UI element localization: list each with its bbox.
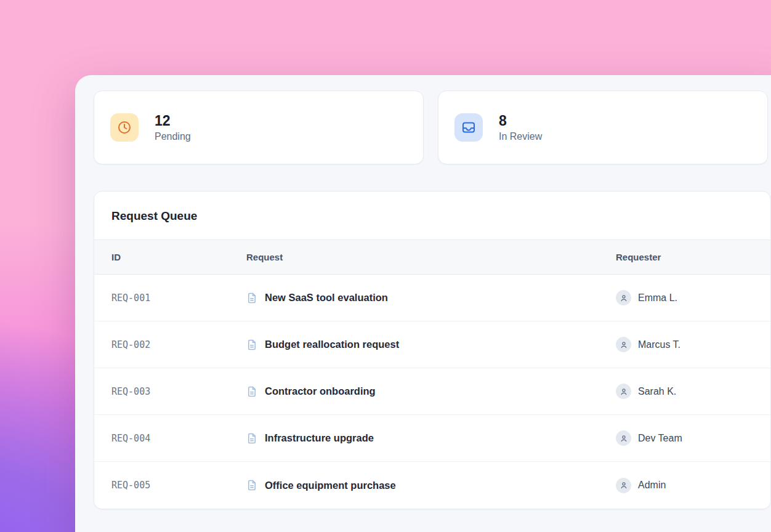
- request-id: REQ-001: [111, 292, 246, 304]
- table-row[interactable]: REQ-002 Budget reallocation request Marc…: [94, 321, 770, 368]
- requester-avatar: [616, 337, 631, 352]
- table-row[interactable]: REQ-003 Contractor onboarding Sarah K.: [94, 368, 770, 415]
- table-row[interactable]: REQ-001 New SaaS tool evaluation Emma L.: [94, 275, 770, 321]
- file-icon: [246, 433, 257, 444]
- stats-row: 12 Pending 8 In Review: [94, 91, 771, 164]
- file-icon: [246, 292, 257, 304]
- in-review-label: In Review: [499, 131, 542, 142]
- requester-name: Emma L.: [638, 292, 677, 304]
- requester-name: Admin: [638, 480, 666, 491]
- request-queue-card: Request Queue ID Request Requester REQ-0…: [94, 191, 771, 509]
- table-row[interactable]: REQ-005 Office equipment purchase Admin: [94, 462, 770, 509]
- pending-label: Pending: [155, 131, 191, 142]
- requester-avatar: [616, 384, 631, 399]
- inbox-icon: [454, 113, 483, 142]
- request-id: REQ-005: [111, 480, 246, 491]
- table-row[interactable]: REQ-004 Infrastructure upgrade Dev Team: [94, 415, 770, 462]
- pending-count: 12: [155, 113, 191, 129]
- requester-name: Marcus T.: [638, 339, 680, 350]
- request-title: Budget reallocation request: [265, 339, 399, 350]
- file-icon: [246, 480, 257, 491]
- clock-icon: [110, 113, 139, 142]
- file-icon: [246, 339, 257, 350]
- requester-avatar: [616, 290, 631, 305]
- column-header-requester: Requester: [616, 252, 753, 262]
- stat-card-in-review: 8 In Review: [438, 91, 768, 164]
- request-id: REQ-002: [111, 339, 246, 350]
- request-title: Office equipment purchase: [265, 480, 396, 491]
- table-header-row: ID Request Requester: [94, 240, 770, 275]
- request-title: Contractor onboarding: [265, 385, 376, 397]
- column-header-request: Request: [246, 252, 616, 262]
- requester-avatar: [616, 478, 631, 493]
- in-review-count: 8: [499, 113, 542, 129]
- table-title-row: Request Queue: [94, 191, 770, 240]
- requester-name: Dev Team: [638, 433, 682, 444]
- request-id: REQ-004: [111, 433, 246, 444]
- requester-name: Sarah K.: [638, 386, 676, 397]
- file-icon: [246, 386, 257, 397]
- table-title: Request Queue: [111, 209, 197, 222]
- request-title: New SaaS tool evaluation: [265, 292, 388, 304]
- requester-avatar: [616, 430, 631, 446]
- request-title: Infrastructure upgrade: [265, 432, 374, 444]
- stat-card-pending: 12 Pending: [94, 91, 424, 164]
- dashboard-panel: 12 Pending 8 In Review Request Queue ID …: [75, 75, 771, 532]
- column-header-id: ID: [111, 252, 246, 262]
- request-id: REQ-003: [111, 386, 246, 397]
